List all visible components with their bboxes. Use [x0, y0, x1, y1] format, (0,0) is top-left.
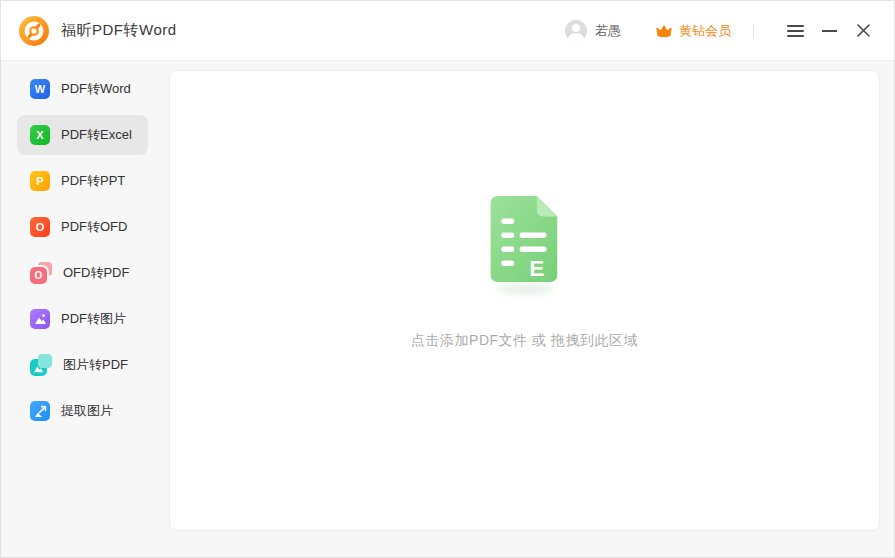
sidebar-item-pdf-to-image[interactable]: PDF转图片 [17, 299, 148, 339]
sidebar-item-ofd-to-pdf[interactable]: O OFD转PDF [17, 253, 148, 293]
titlebar: 福昕PDF转Word 若愚 黄钻会员 [1, 1, 894, 61]
word-file-icon: W [30, 79, 50, 99]
sidebar-item-pdf-to-word[interactable]: W PDF转Word [17, 69, 148, 109]
sidebar-item-image-to-pdf[interactable]: 图片转PDF [17, 345, 148, 385]
sidebar-item-pdf-to-excel[interactable]: X PDF转Excel [17, 115, 148, 155]
svg-text:E: E [529, 255, 544, 280]
ppt-file-icon: P [30, 171, 50, 191]
dropzone-hint-text: 点击添加PDF文件 或 拖拽到此区域 [411, 332, 638, 350]
app-title: 福昕PDF转Word [61, 21, 177, 40]
hamburger-icon [787, 22, 804, 40]
user-account-button[interactable]: 若愚 [565, 20, 621, 42]
sidebar: W PDF转Word X PDF转Excel P PDF转PPT O PDF转O… [1, 61, 169, 557]
app-logo-icon [19, 16, 49, 46]
excel-document-icon: E [490, 196, 560, 282]
minimize-icon [822, 30, 837, 32]
app-window: 福昕PDF转Word 若愚 黄钻会员 [0, 0, 895, 558]
excel-file-icon: X [30, 125, 50, 145]
close-icon [856, 23, 871, 38]
vip-label: 黄钻会员 [679, 22, 731, 40]
minimize-button[interactable] [816, 18, 842, 44]
ofd-file-icon: O [30, 217, 50, 237]
user-avatar [565, 20, 587, 42]
close-button[interactable] [850, 18, 876, 44]
image-extract-icon [30, 401, 50, 421]
sidebar-item-extract-images[interactable]: 提取图片 [17, 391, 148, 431]
image-stack-icon [30, 354, 52, 376]
sidebar-item-pdf-to-ofd[interactable]: O PDF转OFD [17, 207, 148, 247]
dropzone[interactable]: E 点击添加PDF文件 或 拖拽到此区域 [169, 70, 880, 531]
titlebar-divider [753, 24, 754, 38]
ofd-stack-icon: O [30, 262, 52, 284]
image-icon [30, 309, 50, 329]
sidebar-item-pdf-to-ppt[interactable]: P PDF转PPT [17, 161, 148, 201]
menu-button[interactable] [782, 18, 808, 44]
vip-membership-button[interactable]: 黄钻会员 [655, 22, 731, 40]
username: 若愚 [595, 22, 621, 40]
document-icon-shadow [496, 284, 554, 294]
crown-icon [655, 23, 673, 39]
